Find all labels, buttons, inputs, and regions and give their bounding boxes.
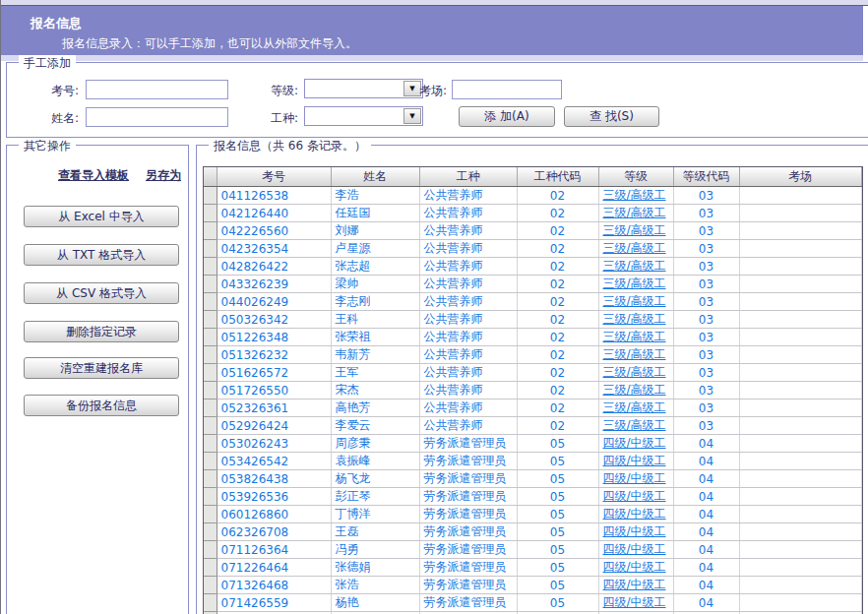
row-selector[interactable] <box>204 346 217 364</box>
level-link[interactable]: 四级/中级工 <box>603 578 666 591</box>
table-row[interactable]: 053826438杨飞龙劳务派遣管理员05四级/中级工04 <box>204 470 861 488</box>
level-link[interactable]: 四级/中级工 <box>603 560 666 574</box>
row-selector[interactable] <box>204 258 217 276</box>
import-excel-button[interactable]: 从 Excel 中导入 <box>24 206 179 227</box>
row-selector[interactable] <box>204 506 217 523</box>
table-row[interactable]: 052926424李爱云公共营养师02三级/高级工03 <box>204 417 861 435</box>
view-import-template-link[interactable]: 查看导入模板 <box>58 167 129 184</box>
level-link[interactable]: 四级/中级工 <box>603 436 666 450</box>
exam-no-cell: 060126860 <box>217 506 331 523</box>
level-link[interactable]: 四级/中级工 <box>603 524 666 538</box>
table-row[interactable]: 042226560刘娜公共营养师02三级/高级工03 <box>204 222 861 240</box>
level-link[interactable]: 三级/高级工 <box>603 223 666 237</box>
delete-records-button[interactable]: 删除指定记录 <box>24 321 179 342</box>
import-txt-button[interactable]: 从 TXT 格式导入 <box>24 244 179 266</box>
table-row[interactable]: 044026249李志刚公共营养师02三级/高级工03 <box>204 293 861 311</box>
row-selector[interactable] <box>204 293 217 311</box>
level-link[interactable]: 三级/高级工 <box>603 294 666 308</box>
table-row[interactable]: 042326354卢星源公共营养师02三级/高级工03 <box>204 240 861 258</box>
row-selector[interactable] <box>204 276 217 293</box>
col-header-level-code[interactable]: 等级代码 <box>673 167 739 187</box>
table-row[interactable]: 053426542袁振峰劳务派遣管理员05四级/中级工04 <box>204 453 861 470</box>
level-link[interactable]: 四级/中级工 <box>603 454 666 467</box>
col-header-job-code[interactable]: 工种代码 <box>517 167 598 187</box>
level-link[interactable]: 三级/高级工 <box>603 312 666 326</box>
backup-info-button[interactable]: 备份报名信息 <box>24 395 179 416</box>
level-link[interactable]: 三级/高级工 <box>603 418 666 432</box>
clear-rebuild-button[interactable]: 清空重建报名库 <box>24 357 179 379</box>
col-header-name[interactable]: 姓名 <box>331 167 419 187</box>
row-selector[interactable] <box>204 205 217 222</box>
table-row[interactable]: 052326361高艳芳公共营养师02三级/高级工03 <box>204 399 861 417</box>
table-row[interactable]: 053026243周彦秉劳务派遣管理员05四级/中级工04 <box>204 435 861 453</box>
col-header-level[interactable]: 等级 <box>598 167 673 187</box>
level-cell: 四级/中级工 <box>598 488 673 506</box>
row-selector[interactable] <box>204 470 217 488</box>
table-row[interactable]: 051626572王军公共营养师02三级/高级工03 <box>204 364 861 382</box>
row-selector[interactable] <box>204 417 217 435</box>
level-link[interactable]: 三级/高级工 <box>603 188 666 202</box>
level-link[interactable]: 四级/中级工 <box>603 595 666 609</box>
table-row[interactable]: 051226348张荣祖公共营养师02三级/高级工03 <box>204 329 861 346</box>
level-link[interactable]: 四级/中级工 <box>603 489 666 503</box>
col-header-room[interactable]: 考场 <box>739 167 861 187</box>
table-row[interactable]: 071326468张浩劳务派遣管理员05四级/中级工04 <box>204 577 861 594</box>
row-selector[interactable] <box>204 382 217 399</box>
level-link[interactable]: 三级/高级工 <box>603 365 666 379</box>
level-link[interactable]: 三级/高级工 <box>603 400 666 414</box>
table-row[interactable]: 051326232韦新芳公共营养师02三级/高级工03 <box>204 346 861 364</box>
level-link[interactable]: 三级/高级工 <box>603 347 666 361</box>
import-csv-button[interactable]: 从 CSV 格式导入 <box>24 282 179 304</box>
row-selector[interactable] <box>204 187 217 205</box>
level-link[interactable]: 三级/高级工 <box>603 276 666 290</box>
row-selector[interactable] <box>204 559 217 577</box>
table-row[interactable]: 051726550宋杰公共营养师02三级/高级工03 <box>204 382 861 399</box>
row-selector[interactable] <box>204 222 217 240</box>
level-link[interactable]: 四级/中级工 <box>603 471 666 485</box>
col-header-exam-no[interactable]: 考号 <box>217 167 331 187</box>
table-row[interactable]: 042826422张志超公共营养师02三级/高级工03 <box>204 258 861 276</box>
table-row[interactable]: 053926536彭正琴劳务派遣管理员05四级/中级工04 <box>204 488 861 506</box>
chevron-down-icon[interactable]: ▼ <box>403 108 421 124</box>
table-row[interactable]: 041126538李浩公共营养师02三级/高级工03 <box>204 187 861 205</box>
table-row[interactable]: 062326708王磊劳务派遣管理员05四级/中级工04 <box>204 523 861 541</box>
level-link[interactable]: 三级/高级工 <box>603 241 666 255</box>
row-selector[interactable] <box>204 311 217 329</box>
level-link[interactable]: 三级/高级工 <box>603 383 666 397</box>
row-selector[interactable] <box>204 399 217 417</box>
job-code-cell: 05 <box>517 577 598 594</box>
table-row[interactable]: 050326342王科公共营养师02三级/高级工03 <box>204 311 861 329</box>
row-selector[interactable] <box>204 594 217 612</box>
row-selector[interactable] <box>204 523 217 541</box>
level-link[interactable]: 四级/中级工 <box>603 507 666 521</box>
level-link[interactable]: 三级/高级工 <box>603 206 666 219</box>
row-selector[interactable] <box>204 541 217 559</box>
table-row[interactable]: 071126364冯勇劳务派遣管理员05四级/中级工04 <box>204 541 861 559</box>
table-row[interactable]: 071226464张德娟劳务派遣管理员05四级/中级工04 <box>204 559 861 577</box>
room-input[interactable] <box>452 80 562 99</box>
level-select[interactable]: ▼ <box>304 79 423 98</box>
table-row[interactable]: 071426559杨艳劳务派遣管理员05四级/中级工04 <box>204 594 861 612</box>
row-selector[interactable] <box>204 577 217 594</box>
save-as-link[interactable]: 另存为 <box>146 167 181 184</box>
row-selector[interactable] <box>204 435 217 453</box>
row-selector[interactable] <box>204 453 217 470</box>
table-row[interactable]: 060126860丁博洋劳务派遣管理员05四级/中级工04 <box>204 506 861 523</box>
exam-no-input[interactable] <box>86 80 228 99</box>
level-code-cell: 03 <box>673 399 739 417</box>
level-link[interactable]: 四级/中级工 <box>603 542 666 556</box>
table-row[interactable]: 043326239梁帅公共营养师02三级/高级工03 <box>204 276 861 293</box>
col-header-job[interactable]: 工种 <box>419 167 517 187</box>
level-link[interactable]: 三级/高级工 <box>603 259 666 273</box>
row-selector[interactable] <box>204 329 217 346</box>
name-input[interactable] <box>86 107 228 127</box>
row-selector[interactable] <box>204 488 217 506</box>
add-button[interactable]: 添 加(A) <box>459 106 555 127</box>
row-selector[interactable] <box>204 364 217 382</box>
records-table-wrap: 考号 姓名 工种 工种代码 等级 等级代码 考场 041126538李浩公共营养… <box>203 166 863 614</box>
search-button[interactable]: 查 找(S) <box>564 106 659 127</box>
table-row[interactable]: 042126440任廷国公共营养师02三级/高级工03 <box>204 205 861 222</box>
job-select[interactable]: ▼ <box>304 106 423 126</box>
level-link[interactable]: 三级/高级工 <box>603 330 666 343</box>
row-selector[interactable] <box>204 240 217 258</box>
